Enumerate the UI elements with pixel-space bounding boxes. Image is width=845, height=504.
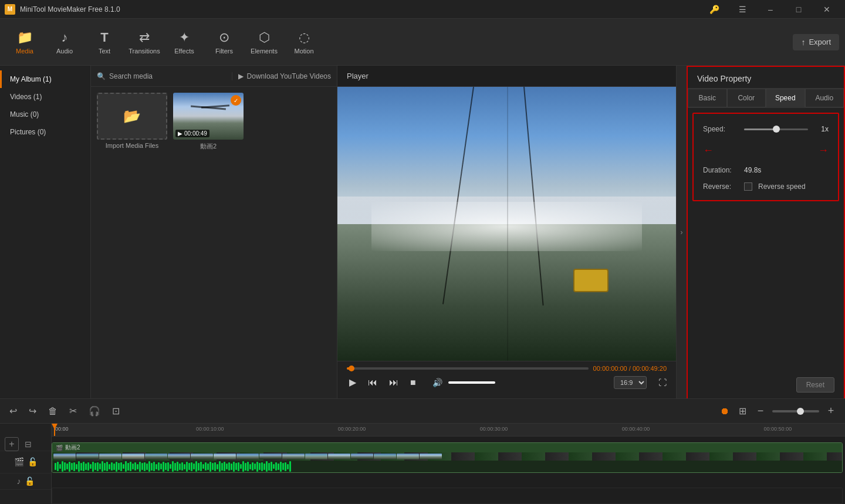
toolbar-item-elements[interactable]: ⬡ Elements: [245, 22, 283, 63]
duration-value: 49.8s: [744, 166, 761, 174]
zoom-slider-track[interactable]: [772, 410, 819, 412]
download-youtube-button[interactable]: ▶ Download YouTube Videos: [232, 72, 337, 80]
timeline-ruler: 00:00 00:00:10:00 00:00:20:00 00:00:30:0…: [52, 424, 845, 437]
main-area: My Album (1) Videos (1) Music (0) Pictur…: [0, 66, 845, 398]
toolbar-label-transitions: Transitions: [129, 48, 160, 55]
prop-tab-audio[interactable]: Audio: [805, 89, 844, 107]
speed-label: Speed:: [703, 125, 738, 133]
key-icon-button[interactable]: 🔑: [701, 0, 728, 19]
duration-label: Duration:: [703, 166, 738, 174]
search-media-button[interactable]: 🔍 Search media: [91, 72, 232, 80]
import-media-item[interactable]: 📂 Import Media Files: [97, 93, 167, 151]
toolbar-label-filters: Filters: [215, 48, 233, 55]
maximize-button[interactable]: □: [785, 0, 812, 19]
reset-button[interactable]: Reset: [796, 377, 834, 393]
left-navigation: My Album (1) Videos (1) Music (0) Pictur…: [0, 66, 91, 398]
video-icon-small: ▶: [178, 130, 182, 137]
undo-button[interactable]: ↩: [7, 403, 19, 419]
zoom-in-button[interactable]: +: [824, 404, 838, 418]
volume-slider[interactable]: [448, 381, 495, 384]
player-video[interactable]: [337, 87, 676, 361]
reverse-speed-label: Reverse speed: [758, 182, 806, 191]
thumb-cell: [374, 454, 396, 459]
save-track-button[interactable]: ⊟: [21, 437, 35, 451]
folder-icon: 📂: [123, 108, 141, 124]
left-menu-videos[interactable]: Videos (1): [0, 88, 90, 106]
toolbar-right: ↑ Export: [793, 34, 839, 50]
media-grid: 📂 Import Media Files ▶ 00:00:49 ✓: [91, 87, 337, 157]
prev-frame-button[interactable]: ⏮: [366, 376, 380, 389]
player-background: [337, 87, 676, 361]
toolbar-item-text[interactable]: T Text: [86, 22, 123, 63]
audio-track-controls: ♪ 🔓: [0, 473, 51, 490]
thumb-cell: [305, 454, 327, 459]
speed-slider-fill: [744, 128, 776, 130]
toolbar-item-media[interactable]: 📁 Media: [6, 22, 43, 63]
volume-button[interactable]: 🔊: [430, 377, 445, 388]
volume-area: 🔊: [430, 377, 495, 388]
progress-handle[interactable]: [349, 366, 354, 371]
ruler-mark-10: 00:00:10:00: [196, 426, 224, 432]
zoom-slider-handle[interactable]: [797, 408, 804, 415]
speed-slider-handle[interactable]: [773, 126, 780, 133]
prop-tab-color[interactable]: Color: [727, 89, 766, 107]
stop-button[interactable]: ■: [408, 376, 418, 389]
redo-button[interactable]: ↪: [26, 403, 39, 419]
lock-video-icon[interactable]: 🔓: [28, 457, 38, 466]
speed-slider-track[interactable]: [744, 128, 808, 130]
split-audio-button[interactable]: ⊞: [736, 403, 749, 419]
left-menu-music[interactable]: Music (0): [0, 106, 90, 123]
hamburger-menu-button[interactable]: ☰: [729, 0, 756, 19]
toolbar-item-motion[interactable]: ◌ Motion: [285, 22, 323, 63]
toolbar-item-filters[interactable]: ⊙ Filters: [205, 22, 243, 63]
add-track-button[interactable]: +: [5, 437, 19, 451]
video-media-item[interactable]: ▶ 00:00:49 ✓ 動画2: [173, 93, 244, 151]
left-menu-pictures[interactable]: Pictures (0): [0, 123, 90, 141]
close-button[interactable]: ✕: [813, 0, 840, 19]
main-toolbar: 📁 Media ♪ Audio T Text ⇄ Transitions ✦ E…: [0, 19, 845, 66]
playhead[interactable]: [54, 424, 55, 436]
fullscreen-button[interactable]: ⛶: [658, 378, 667, 387]
toolbar-item-effects[interactable]: ✦ Effects: [165, 22, 203, 63]
play-button[interactable]: ▶: [347, 376, 359, 389]
thumb-cell: [420, 454, 442, 459]
titlebar: M MiniTool MovieMaker Free 8.1.0 🔑 ☰ – □…: [0, 0, 845, 19]
split-button[interactable]: ✂: [67, 403, 79, 419]
property-footer: Reset: [688, 371, 844, 398]
timeline-zoom-controls: ⏺ ⊞ − +: [718, 403, 838, 419]
crop-button[interactable]: ⊡: [110, 403, 122, 419]
delete-button[interactable]: 🗑: [46, 404, 60, 419]
speed-increase-arrow[interactable]: →: [818, 144, 829, 157]
reverse-checkbox[interactable]: [744, 182, 752, 191]
minimize-button[interactable]: –: [757, 0, 784, 19]
export-button[interactable]: ↑ Export: [793, 34, 839, 50]
property-tabs: Basic Color Speed Audio: [688, 89, 844, 108]
time-display: 00:00:00:00 / 00:00:49:20: [593, 365, 667, 372]
zoom-out-button[interactable]: −: [753, 404, 768, 418]
toolbar-item-transitions[interactable]: ⇄ Transitions: [126, 22, 163, 63]
audio-detach-button[interactable]: 🎧: [86, 403, 103, 419]
progress-bar[interactable]: [347, 367, 589, 370]
aspect-ratio-select[interactable]: 16:9: [614, 376, 647, 389]
waveform-bars: [55, 461, 840, 472]
prop-tab-speed[interactable]: Speed: [766, 89, 805, 107]
thumb-cell: [236, 454, 259, 459]
thumb-cell: [99, 454, 121, 459]
video-track-controls: 🎬 🔓: [0, 451, 51, 473]
video-clip[interactable]: 🎬 動画2: [52, 442, 843, 473]
lock-audio-icon[interactable]: 🔓: [25, 476, 35, 486]
speed-decrease-arrow[interactable]: ←: [703, 144, 714, 157]
export-icon: ↑: [801, 38, 805, 47]
property-title: Video Property: [688, 67, 844, 89]
clip-frames: [52, 452, 842, 461]
download-youtube-label: Download YouTube Videos: [247, 72, 331, 80]
toolbar-item-audio[interactable]: ♪ Audio: [46, 22, 83, 63]
panel-collapse-arrow[interactable]: ›: [676, 66, 687, 398]
next-frame-button[interactable]: ⏭: [387, 376, 401, 389]
ruler-mark-20: 00:00:20:00: [338, 426, 366, 432]
left-menu-my-album[interactable]: My Album (1): [0, 70, 90, 88]
thumbnail-strip: [52, 452, 443, 461]
prop-tab-basic[interactable]: Basic: [688, 89, 727, 107]
thumb-cell: [351, 454, 373, 459]
record-button[interactable]: ⏺: [718, 404, 732, 419]
